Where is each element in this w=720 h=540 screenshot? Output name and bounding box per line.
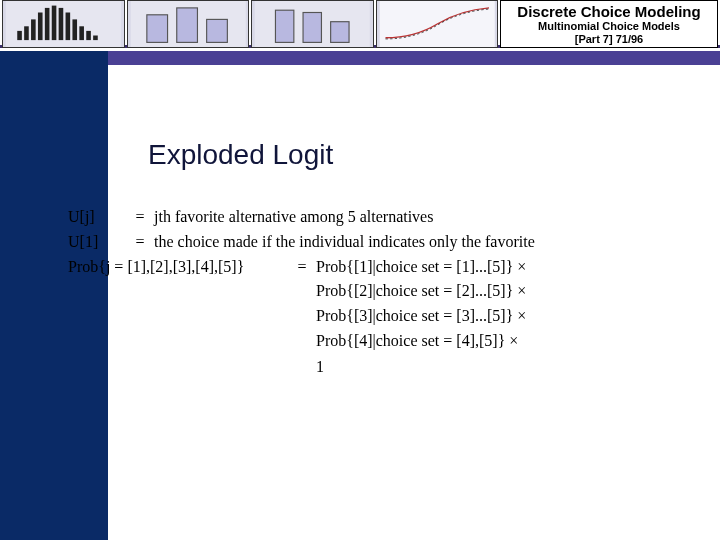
svg-rect-10 <box>79 26 84 40</box>
svg-rect-11 <box>86 31 91 40</box>
math-prob-lines: Prob{[2]|choice set = [2]...[5]} × Prob{… <box>316 279 704 353</box>
svg-rect-8 <box>66 13 71 41</box>
math-prob-line: Prob{[2]|choice set = [2]...[5]} × <box>316 279 704 304</box>
svg-rect-16 <box>206 19 227 42</box>
svg-rect-6 <box>52 6 57 41</box>
math-eq: = <box>126 230 154 255</box>
hist-thumb <box>2 0 125 48</box>
math-prob-line: Prob{[3]|choice set = [3]...[5]} × <box>316 304 704 329</box>
math-line-1: U[j] = jth favorite alternative among 5 … <box>68 205 704 230</box>
math-rhs: jth favorite alternative among 5 alterna… <box>154 205 704 230</box>
math-lhs: Prob{j = [1],[2],[3],[4],[5]} <box>68 255 288 280</box>
svg-rect-4 <box>38 13 43 41</box>
svg-rect-5 <box>45 8 50 40</box>
slide: Discrete Choice Modeling Multinomial Cho… <box>0 0 720 540</box>
math-final-one: 1 <box>316 355 704 380</box>
slide-heading: Exploded Logit <box>148 139 333 171</box>
svg-rect-3 <box>31 19 36 40</box>
svg-rect-12 <box>93 36 98 41</box>
content-area: Exploded Logit U[j] = jth favorite alter… <box>108 65 720 540</box>
svg-rect-18 <box>275 10 293 42</box>
svg-rect-20 <box>331 22 349 43</box>
bars-thumb <box>127 0 250 48</box>
svg-rect-2 <box>24 26 29 40</box>
bars2-thumb <box>251 0 374 48</box>
math-block: U[j] = jth favorite alternative among 5 … <box>68 205 704 380</box>
course-subtitle: Multinomial Choice Models <box>507 20 711 32</box>
svg-rect-1 <box>17 31 22 40</box>
math-rhs: Prob{[1]|choice set = [1]...[5]} × <box>316 255 704 280</box>
svg-rect-9 <box>72 19 77 40</box>
math-eq: = <box>288 255 316 280</box>
math-lhs: U[1] <box>68 230 126 255</box>
svg-rect-19 <box>303 13 321 43</box>
math-prob-line: Prob{[4]|choice set = [4],[5]} × <box>316 329 704 354</box>
svg-rect-15 <box>176 8 197 43</box>
curve-thumb <box>376 0 499 48</box>
math-lhs: U[j] <box>68 205 126 230</box>
svg-rect-7 <box>59 8 64 40</box>
math-line-2: U[1] = the choice made if the individual… <box>68 230 704 255</box>
svg-rect-14 <box>146 15 167 43</box>
math-eq: = <box>126 205 154 230</box>
header-band: Discrete Choice Modeling Multinomial Cho… <box>0 0 720 50</box>
purple-strip <box>108 51 720 65</box>
math-line-3: Prob{j = [1],[2],[3],[4],[5]} = Prob{[1]… <box>68 255 704 280</box>
slide-number: [Part 7] 71/96 <box>507 33 711 45</box>
title-box: Discrete Choice Modeling Multinomial Cho… <box>500 0 718 48</box>
math-rhs: the choice made if the individual indica… <box>154 230 704 255</box>
course-title: Discrete Choice Modeling <box>507 4 711 19</box>
thumbnail-strip <box>2 0 498 48</box>
